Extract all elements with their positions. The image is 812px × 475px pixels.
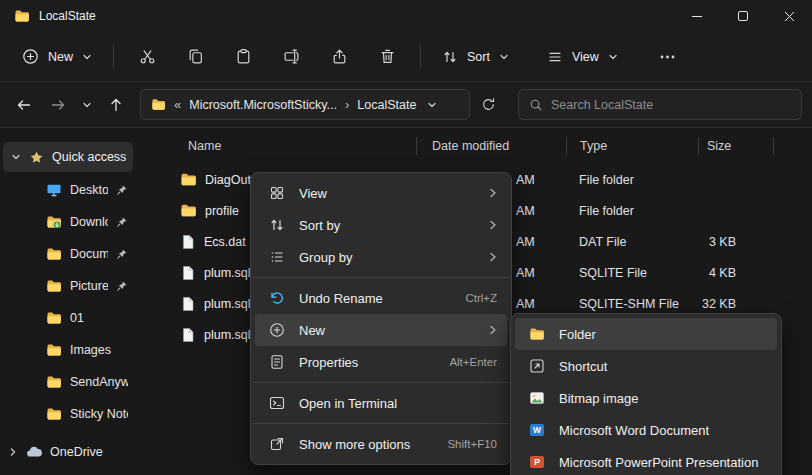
paste-icon: [235, 48, 252, 65]
sidebar-item-label: SendAnywhere: [70, 375, 128, 389]
sidebar-item-pictures[interactable]: Pictures: [0, 270, 136, 302]
sidebar-item-onedrive[interactable]: OneDrive: [0, 436, 136, 468]
submenu-item-powerpoint-presentation[interactable]: P Microsoft PowerPoint Presentation: [515, 446, 777, 475]
search-input[interactable]: [551, 98, 791, 112]
menu-item-label: Properties: [299, 355, 437, 370]
maximize-button[interactable]: [720, 0, 766, 32]
context-menu-item-view[interactable]: View: [255, 177, 507, 209]
new-plus-icon: [267, 322, 287, 338]
more-options-button[interactable]: [646, 39, 690, 75]
forward-button[interactable]: [42, 89, 74, 121]
folder-icon: [527, 326, 547, 342]
breadcrumb-current[interactable]: LocalState: [357, 98, 416, 112]
sidebar-item-label: 01: [70, 311, 128, 325]
paste-button[interactable]: [221, 39, 265, 75]
column-header-size[interactable]: Size: [698, 137, 774, 155]
context-menu-item-properties[interactable]: Properties Alt+Enter: [255, 346, 507, 378]
pin-icon: [116, 248, 128, 260]
copy-icon: [187, 48, 204, 65]
folder-icon: [151, 97, 166, 112]
chevron-down-icon: [608, 52, 618, 62]
back-button[interactable]: [8, 89, 40, 121]
folder-icon: [46, 342, 62, 358]
column-header-type[interactable]: Type: [566, 137, 698, 155]
chevron-right-icon[interactable]: [8, 447, 18, 457]
file-name: Ecs.dat: [204, 235, 246, 249]
file-size: 4 KB: [698, 266, 774, 280]
sidebar-item-images[interactable]: Images: [0, 334, 136, 366]
submenu-item-bitmap-image[interactable]: Bitmap image: [515, 382, 777, 414]
up-icon: [108, 97, 124, 113]
submenu-item-folder[interactable]: Folder: [515, 318, 777, 350]
new-button[interactable]: New: [10, 40, 104, 73]
new-plus-icon: [22, 48, 39, 65]
sidebar-item-01[interactable]: 01: [0, 302, 136, 334]
refresh-button[interactable]: [472, 89, 504, 121]
column-header-name[interactable]: Name: [136, 137, 416, 155]
sidebar-item-sendanywhere[interactable]: SendAnywhere: [0, 366, 136, 398]
view-grid-icon: [267, 185, 287, 201]
sidebar-item-desktop[interactable]: Desktop: [0, 174, 136, 206]
context-menu-item-group-by[interactable]: Group by: [255, 241, 507, 273]
terminal-icon: [267, 395, 287, 411]
folder-icon: [46, 278, 62, 294]
new-submenu: Folder Shortcut Bitmap image W Microsoft…: [510, 313, 782, 475]
close-button[interactable]: [766, 0, 812, 32]
sidebar-item-downloads[interactable]: Downloads: [0, 206, 136, 238]
submenu-item-word-document[interactable]: W Microsoft Word Document: [515, 414, 777, 446]
cut-button[interactable]: [125, 39, 169, 75]
address-bar[interactable]: « Microsoft.MicrosoftSticky... › LocalSt…: [140, 89, 470, 120]
toolbar-separator: [420, 45, 421, 69]
menu-item-label: Microsoft Word Document: [559, 423, 767, 438]
svg-text:P: P: [534, 457, 540, 467]
menu-item-shortcut: Shift+F10: [447, 438, 497, 450]
undo-icon: [267, 290, 287, 306]
sort-icon: [267, 217, 287, 233]
shortcut-icon: [527, 358, 547, 374]
rename-button[interactable]: [269, 39, 313, 75]
context-menu-item-show-more-options[interactable]: Show more options Shift+F10: [255, 428, 507, 460]
share-icon: [331, 48, 348, 65]
command-bar: New: [0, 32, 812, 82]
file-name: profile: [205, 204, 239, 218]
breadcrumb-parent[interactable]: Microsoft.MicrosoftSticky...: [189, 98, 337, 112]
menu-item-shortcut: Alt+Enter: [449, 356, 497, 368]
menu-item-label: View: [299, 186, 477, 201]
sort-button[interactable]: Sort: [430, 41, 521, 73]
address-dropdown-chevron-icon[interactable]: [427, 100, 437, 110]
powerpoint-icon: P: [527, 454, 547, 470]
delete-button[interactable]: [365, 39, 409, 75]
view-button[interactable]: View: [535, 41, 630, 73]
context-menu-item-open-in-terminal[interactable]: Open in Terminal: [255, 387, 507, 419]
file-type: File folder: [566, 204, 698, 218]
file-icon: [180, 327, 196, 343]
up-button[interactable]: [100, 89, 132, 121]
file-type: File folder: [566, 173, 698, 187]
sidebar-item-sticky-notes[interactable]: Sticky Notes ba...: [0, 398, 136, 430]
column-header-date-modified[interactable]: Date modified: [416, 137, 566, 155]
context-menu-item-sort-by[interactable]: Sort by: [255, 209, 507, 241]
minimize-button[interactable]: [674, 0, 720, 32]
breadcrumb-collapsed[interactable]: «: [173, 97, 182, 112]
recent-locations-button[interactable]: [76, 89, 98, 121]
sidebar-item-documents[interactable]: Documents: [0, 238, 136, 270]
search-box: [518, 89, 802, 120]
pin-icon: [116, 184, 128, 196]
chevron-right-icon: [489, 220, 497, 230]
file-size: 32 KB: [698, 297, 774, 311]
share-button[interactable]: [317, 39, 361, 75]
context-menu: View Sort by Group by: [250, 172, 512, 465]
sidebar-item-quick-access[interactable]: Quick access: [3, 142, 133, 172]
context-menu-item-undo-rename[interactable]: Undo Rename Ctrl+Z: [255, 282, 507, 314]
menu-item-label: Show more options: [299, 437, 435, 452]
more-options-icon: [660, 55, 675, 59]
context-menu-item-new[interactable]: New: [255, 314, 507, 346]
chevron-down-icon[interactable]: [11, 152, 21, 162]
copy-button[interactable]: [173, 39, 217, 75]
back-icon: [16, 97, 32, 113]
menu-item-label: Open in Terminal: [299, 396, 497, 411]
chevron-right-icon: [489, 325, 497, 335]
submenu-item-shortcut[interactable]: Shortcut: [515, 350, 777, 382]
refresh-icon: [481, 97, 496, 112]
onedrive-cloud-icon: [26, 446, 42, 458]
